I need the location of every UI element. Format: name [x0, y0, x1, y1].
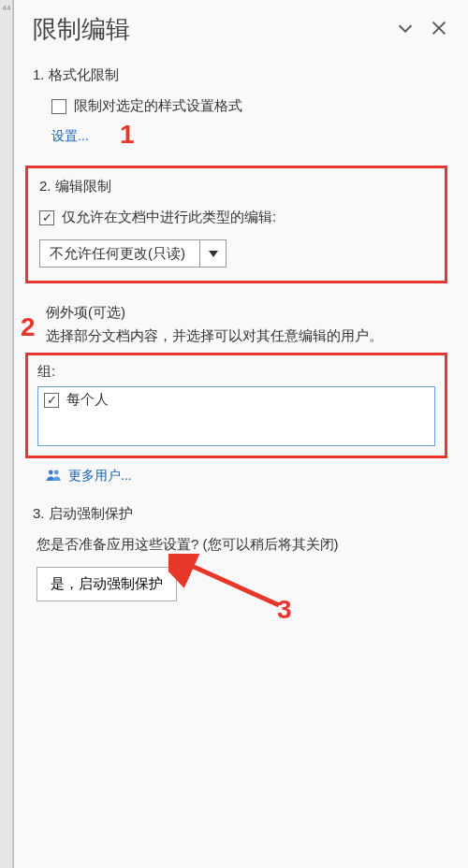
- groups-label: 组:: [37, 363, 435, 381]
- people-icon: [46, 469, 63, 485]
- format-limit-row: 限制对选定的样式设置格式: [51, 97, 449, 115]
- more-users-link[interactable]: 更多用户...: [68, 468, 132, 485]
- group-everyone-checkbox[interactable]: ✓: [44, 393, 59, 408]
- section-formatting-restrictions: 1. 格式化限制 限制对选定的样式设置格式 设置...: [33, 66, 449, 145]
- edit-type-combobox[interactable]: 不允许任何更改(只读): [39, 239, 227, 268]
- section1-title: 1. 格式化限制: [33, 66, 449, 84]
- svg-point-4: [54, 470, 59, 474]
- section-editing-restrictions: 2. 编辑限制 ✓ 仅允许在文档中进行此类型的编辑: 不允许任何更改(只读): [25, 166, 447, 283]
- section2-title: 2. 编辑限制: [39, 178, 433, 195]
- panel-controls: [395, 18, 449, 41]
- dropdown-icon[interactable]: [199, 240, 226, 267]
- close-icon[interactable]: [429, 18, 449, 41]
- group-item-everyone: ✓ 每个人: [44, 391, 429, 409]
- exceptions-section: 例外项(可选) 选择部分文档内容，并选择可以对其任意编辑的用户。: [33, 304, 449, 345]
- format-limit-checkbox[interactable]: [51, 99, 66, 114]
- panel-title: 限制编辑: [33, 13, 130, 46]
- enforce-hint: 您是否准备应用这些设置? (您可以稍后将其关闭): [37, 536, 449, 554]
- restrict-editing-panel: 限制编辑 1. 格式化限制 限制对选定的样式设置格式 设置... 2. 编辑限制…: [13, 0, 468, 868]
- edit-type-value: 不允许任何更改(只读): [40, 240, 199, 267]
- edit-limit-row: ✓ 仅允许在文档中进行此类型的编辑:: [39, 209, 433, 226]
- chevron-down-icon[interactable]: [395, 18, 416, 41]
- groups-field[interactable]: ✓ 每个人: [37, 386, 435, 446]
- section-start-enforcement: 3. 启动强制保护 您是否准备应用这些设置? (您可以稍后将其关闭) 是，启动强…: [33, 505, 449, 601]
- exceptions-hint: 选择部分文档内容，并选择可以对其任意编辑的用户。: [46, 327, 449, 345]
- groups-box: 组: ✓ 每个人: [25, 353, 447, 458]
- svg-marker-2: [209, 251, 218, 257]
- edit-limit-checkbox[interactable]: ✓: [39, 210, 54, 225]
- section3-title: 3. 启动强制保护: [33, 505, 449, 523]
- panel-header: 限制编辑: [33, 13, 449, 46]
- exceptions-title: 例外项(可选): [46, 304, 449, 322]
- ruler-strip: 44: [0, 0, 13, 868]
- start-enforcement-button[interactable]: 是，启动强制保护: [37, 567, 177, 601]
- svg-point-3: [49, 470, 53, 474]
- settings-link[interactable]: 设置...: [51, 128, 89, 145]
- edit-limit-label: 仅允许在文档中进行此类型的编辑:: [62, 209, 276, 226]
- more-users-row: 更多用户...: [33, 468, 449, 485]
- format-limit-label: 限制对选定的样式设置格式: [74, 97, 242, 115]
- ruler-marker: 44: [0, 4, 13, 12]
- group-everyone-label: 每个人: [66, 391, 109, 409]
